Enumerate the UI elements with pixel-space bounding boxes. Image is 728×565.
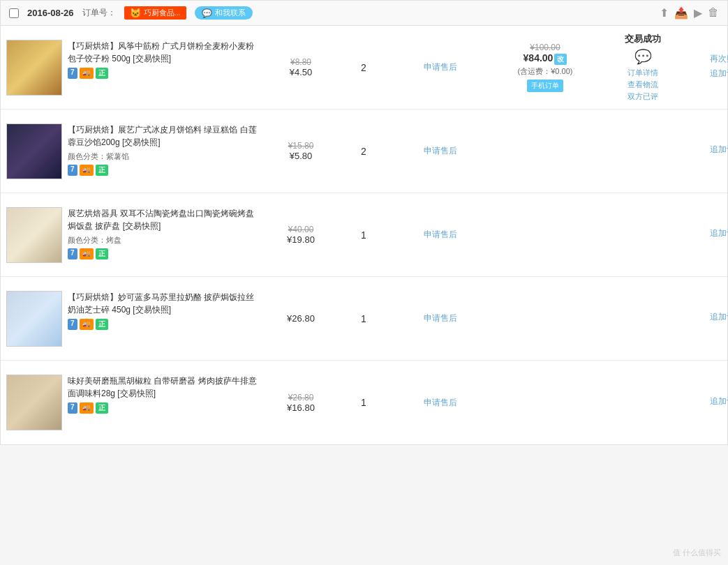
aftersale-cell: 申请售后 <box>392 223 489 246</box>
header-actions: ⬆ 📤 ▶ 🗑 <box>660 6 719 20</box>
aftersale-link[interactable]: 申请售后 <box>424 229 457 239</box>
tag-zheng: 正 <box>96 165 108 176</box>
status-chat-icon: 💬 <box>607 48 679 65</box>
product-tags: 7🚚正 <box>68 319 260 330</box>
share-icon[interactable]: ⬆ <box>660 6 669 20</box>
qty-cell: 2 <box>336 140 392 163</box>
product-image <box>6 123 62 179</box>
action-cell: 追加评论 <box>685 390 728 416</box>
tag-truck: 🚚 <box>80 402 94 414</box>
price-actual: ¥26.80 <box>272 313 330 324</box>
status-link[interactable]: 双方已评 <box>607 91 679 102</box>
product-info: 【巧厨烘焙】妙可蓝多马苏里拉奶酪 披萨焗饭拉丝奶油芝士碎 450g [交易快照]… <box>68 291 260 330</box>
qty-cell: 1 <box>336 391 392 414</box>
product-cell: 【巧厨烘焙】妙可蓝多马苏里拉奶酪 披萨焗饭拉丝奶油芝士碎 450g [交易快照]… <box>1 282 266 355</box>
price-cell: ¥15.80 ¥5.80 <box>266 135 336 167</box>
order-row: 展艺烘焙器具 双耳不沾陶瓷烤盘出口陶瓷烤碗烤盘 焗饭盘 披萨盘 [交易快照] 颜… <box>1 193 727 277</box>
product-name: 展艺烘焙器具 双耳不沾陶瓷烤盘出口陶瓷烤碗烤盘 焗饭盘 披萨盘 [交易快照] <box>68 207 260 232</box>
delete-icon[interactable]: 🗑 <box>708 6 719 20</box>
total-cell <box>489 146 601 157</box>
order-header: 2016-08-26 订单号： 🐱 巧厨食品... 💬 和我联系 ⬆ 📤 ▶ 🗑 <box>1 1 727 26</box>
price-original: ¥40.00 <box>272 225 330 234</box>
tag-truck: 🚚 <box>80 319 94 330</box>
price-actual: ¥4.50 <box>272 67 330 77</box>
shipping-text: (含运费：¥0.00) <box>495 66 595 77</box>
order-row: 【巧厨烘焙】风筝中筋粉 广式月饼粉全麦粉小麦粉包子饺子粉 500g [交易快照]… <box>1 26 727 110</box>
tag-7: 7 <box>68 319 77 330</box>
product-name: 【巧厨烘焙】展艺广式冰皮月饼馅料 绿豆糕馅 白莲蓉豆沙馅200g [交易快照] <box>68 123 260 149</box>
price-original: ¥8.80 <box>272 57 330 67</box>
shop-name: 巧厨食品... <box>144 8 181 18</box>
tag-7: 7 <box>68 165 77 176</box>
qty-cell: 1 <box>336 224 392 246</box>
total-cell <box>489 313 601 324</box>
total-cell <box>489 397 601 408</box>
product-tags: 7🚚正 <box>68 402 260 414</box>
action-btn[interactable]: 追加评论 <box>690 144 728 156</box>
cat-icon: 🐱 <box>130 8 141 18</box>
price-actual: ¥16.80 <box>272 402 330 413</box>
product-variant: 颜色分类：紫薯馅 <box>68 151 260 162</box>
status-text: 交易成功 <box>607 33 679 45</box>
tag-zheng: 正 <box>96 319 108 330</box>
product-name: 【巧厨烘焙】风筝中筋粉 广式月饼粉全麦粉小麦粉包子饺子粉 500g [交易快照] <box>68 40 260 65</box>
price-original: ¥26.80 <box>272 393 330 402</box>
total-actual: ¥84.00改 <box>495 52 595 65</box>
contact-button[interactable]: 💬 和我联系 <box>195 6 253 20</box>
total-cell: ¥100.00¥84.00改(含运费：¥0.00)手机订单 <box>489 37 601 98</box>
product-info: 味好美研磨瓶黑胡椒粒 自带研磨器 烤肉披萨牛排意面调味料28g [交易快照] 7… <box>68 375 260 414</box>
product-name: 味好美研磨瓶黑胡椒粒 自带研磨器 烤肉披萨牛排意面调味料28g [交易快照] <box>68 375 260 400</box>
price-cell: ¥26.80 ¥16.80 <box>266 387 336 419</box>
tag-7: 7 <box>68 68 77 79</box>
action-cell: 追加评论 <box>685 306 728 331</box>
product-variant: 颜色分类：烤盘 <box>68 235 260 246</box>
product-info: 【巧厨烘焙】风筝中筋粉 广式月饼粉全麦粉小麦粉包子饺子粉 500g [交易快照]… <box>68 40 260 79</box>
qty-cell: 1 <box>336 308 392 330</box>
product-info: 【巧厨烘焙】展艺广式冰皮月饼馅料 绿豆糕馅 白莲蓉豆沙馅200g [交易快照] … <box>68 123 260 176</box>
product-image <box>6 207 62 263</box>
action-cell: 追加评论 <box>685 222 728 248</box>
aftersale-link[interactable]: 申请售后 <box>424 398 457 407</box>
aftersale-link[interactable]: 申请售后 <box>424 313 457 323</box>
mobile-order-tag[interactable]: 手机订单 <box>527 80 563 92</box>
product-image <box>6 291 62 347</box>
upload-icon[interactable]: 📤 <box>674 6 688 20</box>
action-btn[interactable]: 追加评论 <box>690 311 728 323</box>
product-tags: 7🚚正 <box>68 248 260 259</box>
order-date: 2016-08-26 <box>27 8 74 18</box>
tag-7: 7 <box>68 248 77 259</box>
tag-truck: 🚚 <box>80 248 94 259</box>
price-original: ¥15.80 <box>272 141 330 151</box>
status-link[interactable]: 订单详情 <box>607 68 679 78</box>
status-cell <box>601 397 685 408</box>
order-row: 【巧厨烘焙】妙可蓝多马苏里拉奶酪 披萨焗饭拉丝奶油芝士碎 450g [交易快照]… <box>1 277 727 361</box>
tag-zheng: 正 <box>96 402 108 414</box>
action-btn[interactable]: 再次购买 <box>690 53 728 65</box>
product-tags: 7🚚正 <box>68 165 260 176</box>
action-btn[interactable]: 追加评论 <box>690 227 728 239</box>
order-container: 2016-08-26 订单号： 🐱 巧厨食品... 💬 和我联系 ⬆ 📤 ▶ 🗑… <box>0 0 728 445</box>
order-checkbox[interactable] <box>9 8 19 18</box>
product-tags: 7🚚正 <box>68 68 260 79</box>
qty-cell: 2 <box>336 56 392 79</box>
total-modify[interactable]: 改 <box>554 54 567 65</box>
aftersale-link[interactable]: 申请售后 <box>424 62 457 72</box>
aftersale-link[interactable]: 申请售后 <box>424 146 457 156</box>
status-cell <box>601 313 685 324</box>
shop-tag[interactable]: 🐱 巧厨食品... <box>124 6 186 20</box>
status-cell <box>601 146 685 157</box>
play-icon[interactable]: ▶ <box>694 6 702 20</box>
total-original: ¥100.00 <box>495 43 595 52</box>
aftersale-cell: 申请售后 <box>392 56 489 79</box>
order-items: 【巧厨烘焙】风筝中筋粉 广式月饼粉全麦粉小麦粉包子饺子粉 500g [交易快照]… <box>1 26 727 444</box>
product-name: 【巧厨烘焙】妙可蓝多马苏里拉奶酪 披萨焗饭拉丝奶油芝士碎 450g [交易快照] <box>68 291 260 316</box>
price-actual: ¥19.80 <box>272 234 330 245</box>
action-btn[interactable]: 追加评论 <box>690 68 728 80</box>
status-link[interactable]: 查看物流 <box>607 80 679 90</box>
product-cell: 展艺烘焙器具 双耳不沾陶瓷烤盘出口陶瓷烤碗烤盘 焗饭盘 披萨盘 [交易快照] 颜… <box>1 199 266 271</box>
tag-truck: 🚚 <box>80 165 94 176</box>
status-cell <box>601 229 685 241</box>
action-btn[interactable]: 追加评论 <box>690 396 728 407</box>
status-cell: 交易成功💬订单详情查看物流双方已评 <box>601 27 685 107</box>
chat-icon: 💬 <box>202 8 212 18</box>
